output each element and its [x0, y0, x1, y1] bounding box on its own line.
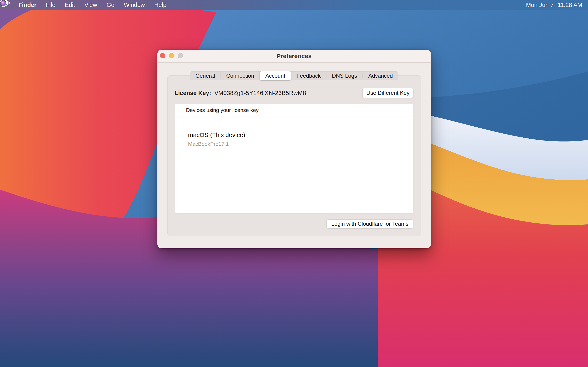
device-model: MacBookPro17,1 [188, 141, 413, 147]
device-list-item[interactable]: macOS (This device) MacBookPro17,1 [175, 117, 413, 147]
menu-help[interactable]: Help [154, 2, 167, 8]
zoom-button-disabled [178, 53, 183, 58]
preferences-tab-bar: General Connection Account Feedback DNS … [190, 71, 398, 80]
license-key-row: License Key: VM038Zg1-5Y146jXN-23B5RwM8 … [174, 88, 414, 98]
login-cloudflare-teams-button[interactable]: Login with Cloudflare for Teams [327, 219, 413, 228]
preferences-window: Preferences General Connection Account F… [157, 50, 431, 248]
clock-date: Mon Jun 7 [526, 2, 553, 8]
clock-time: 11:28 AM [558, 2, 582, 8]
use-different-key-button[interactable]: Use Different Key [362, 88, 414, 98]
window-title: Preferences [277, 53, 312, 59]
close-button[interactable] [160, 53, 165, 58]
tab-account[interactable]: Account [260, 71, 291, 80]
devices-panel-header: Devices using your license key [175, 104, 413, 117]
tab-connection[interactable]: Connection [221, 71, 260, 80]
tab-general[interactable]: General [190, 71, 221, 80]
minimize-button[interactable] [169, 53, 174, 58]
tab-dns-logs[interactable]: DNS Logs [327, 71, 363, 80]
menu-view[interactable]: View [84, 2, 97, 8]
title-bar[interactable]: Preferences [157, 50, 431, 63]
tab-feedback[interactable]: Feedback [291, 71, 326, 80]
menu-go[interactable]: Go [107, 2, 114, 8]
menu-bar: Finder File Edit View Go Window Help [0, 0, 588, 10]
desktop-wallpaper: Finder File Edit View Go Window Help [0, 0, 588, 367]
menu-file[interactable]: File [46, 2, 56, 8]
menu-bar-clock[interactable]: Mon Jun 7 11:28 AM [526, 2, 582, 8]
menu-window[interactable]: Window [124, 2, 145, 8]
traffic-lights [160, 53, 183, 58]
device-name: macOS (This device) [188, 132, 413, 138]
license-key-value: VM038Zg1-5Y146jXN-23B5RwM8 [214, 90, 306, 96]
menu-edit[interactable]: Edit [65, 2, 75, 8]
menu-app-name[interactable]: Finder [18, 2, 36, 8]
tab-advanced[interactable]: Advanced [363, 71, 398, 80]
license-key-label: License Key: [174, 90, 211, 96]
devices-panel: Devices using your license key macOS (Th… [175, 104, 414, 213]
